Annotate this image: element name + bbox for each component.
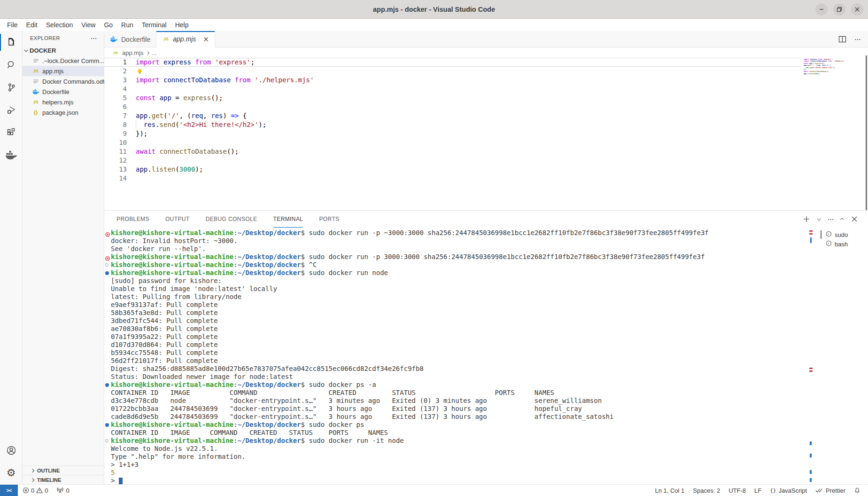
folder-docker[interactable]: DOCKER	[23, 45, 104, 55]
terminal-output[interactable]: kishore@kishore-virtual-machine:~/Deskto…	[104, 229, 809, 484]
activity-search[interactable]	[0, 54, 22, 76]
terminal-decoration	[809, 230, 813, 232]
code-editor[interactable]: 1import express from 'express';23import …	[104, 58, 868, 210]
terminal-line: See 'docker run --help'.	[111, 245, 809, 253]
tab-dockerfile[interactable]: Dockerfile	[104, 31, 156, 47]
language-mode[interactable]: {} JavaScript	[770, 487, 807, 494]
restore-button[interactable]	[833, 3, 845, 16]
indentation[interactable]: Spaces: 2	[693, 487, 720, 494]
panel-tab-ports[interactable]: PORTS	[319, 211, 339, 228]
minimap-line: app.listen(3000);	[804, 73, 844, 75]
activity-source-control[interactable]	[0, 76, 22, 99]
line-number: 6	[104, 102, 127, 111]
panel-more-icon[interactable]	[827, 216, 834, 223]
menu-item-selection[interactable]: Selection	[42, 19, 78, 31]
code-text: const app = express();	[136, 94, 223, 102]
editor-more-icon[interactable]	[854, 36, 861, 43]
encoding[interactable]: UTF-8	[728, 487, 746, 494]
maximize-panel-icon[interactable]	[840, 218, 844, 221]
panel-tab-debug-console[interactable]: DEBUG CONSOLE	[206, 211, 257, 228]
file-item-app-mjs[interactable]: JSapp.mjs	[23, 66, 104, 76]
split-editor-icon[interactable]	[838, 36, 846, 43]
explorer-more-icon[interactable]	[90, 35, 97, 42]
code-line-4[interactable]: 4	[104, 85, 868, 94]
tab-app-mjs[interactable]: JS app.mjs ✕	[156, 31, 215, 47]
tab-close-icon[interactable]: ✕	[203, 36, 209, 43]
problems-status[interactable]: 0 0	[23, 487, 48, 494]
terminal-line: 07a1f9395a22: Pull complete	[111, 333, 809, 341]
menu-item-terminal[interactable]: Terminal	[138, 19, 171, 31]
formatter-status[interactable]: Prettier	[815, 487, 845, 494]
terminal-line: e9aef93137af: Pull complete	[111, 301, 809, 309]
sidebar-explorer: EXPLORER DOCKER .~lock.Docker Comm...JSa…	[23, 31, 104, 484]
panel-tab-terminal[interactable]: TERMINAL	[273, 211, 303, 228]
editor-scrollbar[interactable]	[866, 55, 867, 213]
terminal-profile-dropdown-icon[interactable]	[817, 217, 821, 220]
timeline-section[interactable]: TIMELINE	[23, 475, 104, 484]
file-item-dockerfile[interactable]: Dockerfile	[23, 87, 104, 97]
code-line-7[interactable]: 7app.get('/', (req, res) => {	[104, 111, 868, 120]
remote-indicator[interactable]: ><	[0, 485, 18, 496]
file-item-docker-commands-odt[interactable]: Docker Commands.odt	[23, 76, 104, 87]
code-line-10[interactable]: 10	[104, 138, 868, 147]
menu-item-view[interactable]: View	[77, 19, 100, 31]
code-line-5[interactable]: 5const app = express();	[104, 94, 868, 102]
code-text: res.send('<h2>Hi there!</h2>');	[136, 120, 266, 129]
line-number: 3	[104, 76, 127, 85]
code-line-1[interactable]: 1import express from 'express';	[104, 58, 868, 67]
account-button[interactable]	[0, 439, 22, 462]
terminal-decoration	[809, 233, 813, 235]
close-panel-icon[interactable]	[851, 216, 858, 222]
terminal-line: ae70830af8b6: Pull complete	[111, 325, 809, 333]
terminal-instance-bash[interactable]: bash	[821, 239, 868, 249]
cursor-position[interactable]: Ln 1, Col 1	[655, 487, 684, 494]
minimize-button[interactable]	[815, 3, 828, 16]
command-failed-icon	[105, 255, 110, 260]
notifications-bell-icon[interactable]	[854, 487, 860, 494]
panel-tab-problems[interactable]: PROBLEMS	[116, 211, 149, 228]
file-item--lock-docker-comm-[interactable]: .~lock.Docker Comm...	[23, 55, 104, 66]
activity-run-debug[interactable]	[0, 99, 22, 121]
eol-sequence[interactable]: LF	[754, 487, 761, 494]
code-line-14[interactable]: 14	[104, 174, 868, 183]
line-number: 8	[104, 120, 127, 129]
code-line-8[interactable]: 8 res.send('<h2>Hi there!</h2>');	[104, 120, 868, 129]
minimap[interactable]: import express from 'express';import con…	[804, 58, 844, 75]
explorer-title: EXPLORER	[30, 35, 60, 41]
menu-item-help[interactable]: Help	[171, 19, 193, 31]
code-line-2[interactable]: 2	[104, 67, 868, 76]
code-line-12[interactable]: 12	[104, 156, 868, 165]
terminal-line: d3c34e778cdb node "docker-entrypoint.s…"…	[111, 397, 809, 405]
new-terminal-icon[interactable]	[803, 215, 810, 223]
code-line-6[interactable]: 6	[104, 102, 868, 111]
panel-tab-output[interactable]: OUTPUT	[165, 211, 190, 228]
ports-status[interactable]: 0	[56, 487, 69, 494]
breadcrumb-more: ...	[152, 49, 157, 56]
outline-label: OUTLINE	[37, 468, 60, 473]
code-line-3[interactable]: 3import connectToDatabase from './helper…	[104, 76, 868, 85]
menu-item-edit[interactable]: Edit	[22, 19, 42, 31]
code-line-13[interactable]: 13app.listen(3000);	[104, 165, 868, 174]
double-check-icon	[815, 488, 823, 493]
breadcrumb[interactable]: JS app.mjs ...	[104, 47, 868, 58]
activity-extensions[interactable]	[0, 121, 22, 144]
outline-section[interactable]: OUTLINE	[23, 465, 104, 475]
menu-item-file[interactable]: File	[3, 19, 22, 31]
js-file-icon: JS	[112, 49, 119, 56]
settings-button[interactable]: ⚙	[0, 462, 22, 484]
json-file-icon: {}	[34, 110, 38, 115]
terminal-line: kishore@kishore-virtual-machine:~/Deskto…	[111, 253, 809, 261]
menu-item-go[interactable]: Go	[100, 19, 117, 31]
file-item-helpers-mjs[interactable]: JShelpers.mjs	[23, 97, 104, 107]
activity-docker[interactable]	[0, 144, 22, 166]
tab-label: Dockerfile	[121, 36, 150, 43]
terminal-instance-sudo[interactable]: sudo	[821, 230, 868, 239]
code-line-11[interactable]: 11await connectToDatabase();	[104, 147, 868, 156]
activity-explorer[interactable]	[0, 31, 22, 54]
line-number: 2	[104, 67, 127, 76]
code-line-9[interactable]: 9});	[104, 129, 868, 138]
menu-item-run[interactable]: Run	[117, 19, 138, 31]
file-item-package-json[interactable]: {}package.json	[23, 107, 104, 118]
close-button[interactable]	[851, 3, 863, 16]
terminal-line: >	[111, 477, 809, 484]
